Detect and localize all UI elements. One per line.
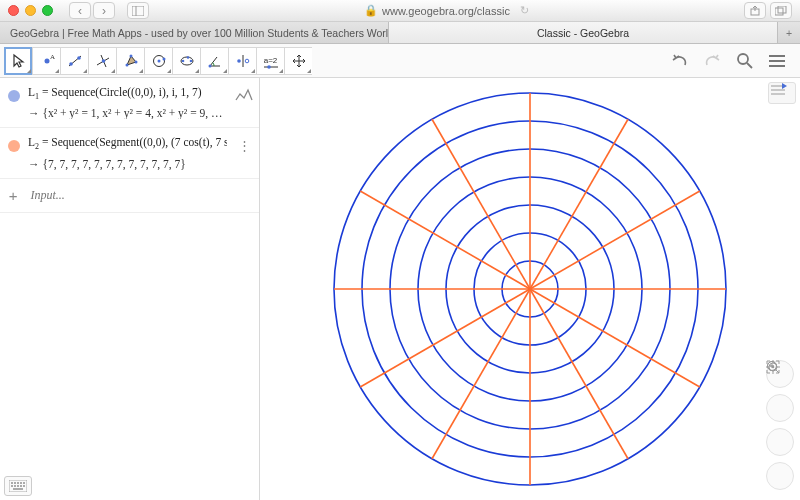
svg-rect-46 xyxy=(20,485,22,487)
zoom-in-button[interactable] xyxy=(766,394,794,422)
move-view-icon xyxy=(291,53,307,69)
browser-tab-2[interactable]: Classic - GeoGebra xyxy=(389,22,778,43)
algebra-item-l2[interactable]: L2 = Sequence(Segment((0,0), (7 cos(t), … xyxy=(0,128,259,178)
svg-point-17 xyxy=(134,60,137,63)
svg-point-24 xyxy=(186,56,189,59)
svg-point-25 xyxy=(208,64,211,67)
zoom-out-button[interactable] xyxy=(766,428,794,456)
svg-point-9 xyxy=(69,62,73,66)
svg-point-10 xyxy=(77,56,81,60)
tabs-button[interactable] xyxy=(770,2,792,19)
svg-point-19 xyxy=(157,59,160,62)
browser-tabstrip: GeoGebra | Free Math Apps - used by over… xyxy=(0,22,800,44)
sidebar-toggle-button[interactable] xyxy=(127,2,149,19)
obj-result: → {7, 7, 7, 7, 7, 7, 7, 7, 7, 7, 7, 7} xyxy=(28,158,227,170)
angle-icon xyxy=(207,53,223,69)
visibility-toggle-l1[interactable] xyxy=(6,86,22,119)
visibility-toggle-l2[interactable] xyxy=(6,136,22,169)
slider-icon xyxy=(264,65,278,69)
svg-point-13 xyxy=(101,59,105,63)
reload-icon[interactable]: ↻ xyxy=(520,4,529,17)
search-button[interactable] xyxy=(734,50,756,72)
url-text: www.geogebra.org/classic xyxy=(382,5,510,17)
svg-line-32 xyxy=(747,63,752,68)
redo-icon xyxy=(703,53,723,69)
svg-rect-40 xyxy=(17,482,19,484)
back-button[interactable]: ‹ xyxy=(69,2,91,19)
svg-point-31 xyxy=(738,54,748,64)
algebra-view: L1 = Sequence(Circle((0,0), i), i, 1, 7)… xyxy=(0,78,260,500)
close-window-button[interactable] xyxy=(8,5,19,16)
tool-circle[interactable] xyxy=(144,47,172,75)
window-titlebar: ‹ › 🔒 www.geogebra.org/classic ↻ xyxy=(0,0,800,22)
virtual-keyboard-button[interactable] xyxy=(4,476,32,496)
svg-rect-48 xyxy=(13,488,23,490)
svg-rect-45 xyxy=(17,485,19,487)
svg-point-20 xyxy=(162,57,165,60)
top-right-controls xyxy=(670,50,796,72)
obj-def: = Sequence(Segment((0,0), (7 cos(t), 7 s… xyxy=(42,136,227,148)
svg-point-22 xyxy=(181,59,184,62)
tool-polygon[interactable] xyxy=(116,47,144,75)
svg-point-28 xyxy=(245,59,249,63)
tab-label: GeoGebra | Free Math Apps - used by over… xyxy=(10,27,389,39)
share-icon xyxy=(750,6,760,16)
more-icon[interactable]: ⋮ xyxy=(233,136,255,169)
search-icon xyxy=(736,52,754,70)
tool-perpendicular[interactable] xyxy=(88,47,116,75)
tool-angle[interactable] xyxy=(200,47,228,75)
algebra-text: L1 = Sequence(Circle((0,0), i), i, 1, 7)… xyxy=(28,86,227,119)
svg-rect-41 xyxy=(20,482,22,484)
polygon-icon xyxy=(123,53,139,69)
maximize-window-button[interactable] xyxy=(42,5,53,16)
algebra-item-l1[interactable]: L1 = Sequence(Circle((0,0), i), i, 1, 7)… xyxy=(0,78,259,128)
keyboard-icon xyxy=(9,480,27,492)
fullscreen-button[interactable] xyxy=(766,462,794,490)
algebra-text: L2 = Sequence(Segment((0,0), (7 cos(t), … xyxy=(28,136,227,169)
tool-ellipse[interactable] xyxy=(172,47,200,75)
svg-rect-44 xyxy=(14,485,16,487)
tool-point[interactable]: A xyxy=(32,47,60,75)
share-button[interactable] xyxy=(744,2,766,19)
tool-line[interactable] xyxy=(60,47,88,75)
address-bar[interactable]: 🔒 www.geogebra.org/classic ↻ xyxy=(155,4,738,17)
svg-rect-43 xyxy=(11,485,13,487)
point-icon: A xyxy=(39,53,55,69)
sidebar-icon xyxy=(132,6,144,16)
forward-button[interactable]: › xyxy=(93,2,115,19)
line-icon xyxy=(67,53,83,69)
table-of-values-icon[interactable] xyxy=(233,86,255,119)
svg-rect-42 xyxy=(23,482,25,484)
circle-icon xyxy=(151,53,167,69)
svg-point-27 xyxy=(237,59,241,63)
tool-move[interactable] xyxy=(4,47,32,75)
svg-rect-38 xyxy=(11,482,13,484)
obj-name: L1 xyxy=(28,86,39,98)
tool-reflect[interactable] xyxy=(228,47,256,75)
undo-icon xyxy=(671,53,691,69)
browser-tab-1[interactable]: GeoGebra | Free Math Apps - used by over… xyxy=(0,22,389,43)
obj-name: L2 xyxy=(28,136,39,148)
graphics-view[interactable] xyxy=(260,78,800,500)
cursor-icon xyxy=(11,53,27,69)
menu-button[interactable] xyxy=(766,50,788,72)
algebra-input[interactable] xyxy=(30,188,253,203)
svg-rect-47 xyxy=(23,485,25,487)
tool-move-view[interactable] xyxy=(284,47,312,75)
undo-button[interactable] xyxy=(670,50,692,72)
tabs-icon xyxy=(775,6,787,16)
geogebra-app: A a=2 xyxy=(0,44,800,500)
minimize-window-button[interactable] xyxy=(25,5,36,16)
hamburger-icon xyxy=(768,54,786,68)
svg-point-16 xyxy=(129,54,132,57)
svg-point-30 xyxy=(267,65,271,69)
fullscreen-icon xyxy=(766,360,780,374)
reflect-icon xyxy=(235,53,251,69)
tool-slider[interactable]: a=2 xyxy=(256,47,284,75)
add-object-button[interactable]: + xyxy=(6,187,20,204)
new-tab-button[interactable]: + xyxy=(778,22,800,43)
perpendicular-icon xyxy=(95,53,111,69)
svg-text:A: A xyxy=(50,53,55,61)
redo-button[interactable] xyxy=(702,50,724,72)
lock-icon: 🔒 xyxy=(364,4,378,17)
